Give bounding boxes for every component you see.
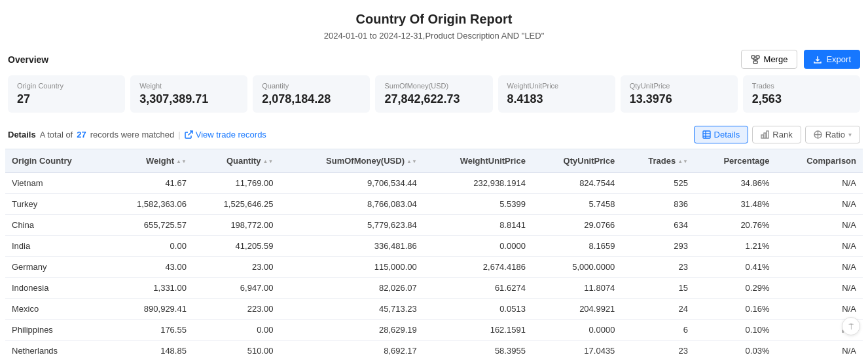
cell-origin_country: China: [5, 215, 106, 236]
cell-percentage: 31.48%: [695, 194, 776, 215]
details-label: Details: [8, 130, 36, 140]
cell-weight: 0.00: [106, 236, 193, 257]
tab-rank[interactable]: Rank: [752, 126, 801, 143]
cell-quantity: 1,525,646.25: [193, 194, 280, 215]
cell-weight_unit_price: 2,674.4186: [424, 257, 532, 278]
svg-rect-0: [751, 56, 755, 58]
cell-origin_country: India: [5, 236, 106, 257]
stat-label: WeightUnitPrice: [507, 82, 606, 90]
link-icon: [185, 130, 193, 139]
merge-button[interactable]: Merge: [741, 50, 798, 69]
overview-label: Overview: [8, 54, 48, 65]
cell-weight_unit_price: 232,938.1914: [424, 173, 532, 194]
svg-rect-8: [703, 131, 710, 138]
cell-weight: 176.55: [106, 320, 193, 341]
cell-weight_unit_price: 162.1591: [424, 320, 532, 341]
table-row[interactable]: Vietnam41.6711,769.009,706,534.44232,938…: [5, 173, 863, 194]
details-bar: Details A total of 27 records were match…: [0, 123, 868, 149]
svg-rect-13: [764, 133, 766, 138]
cell-weight_unit_price: 58.3955: [424, 341, 532, 356]
stat-card-qtyunitprice: QtyUnitPrice 13.3976: [621, 75, 738, 113]
cell-trades: 6: [621, 320, 695, 341]
data-table: Origin CountryWeight▲▼Quantity▲▼SumOfMon…: [5, 149, 863, 355]
cell-comparison: N/A: [776, 341, 863, 356]
cell-sum_of_money: 45,713.23: [280, 299, 423, 320]
export-button[interactable]: Export: [804, 50, 860, 69]
details-info: A total of: [40, 130, 73, 140]
stat-value: 2,563: [752, 92, 851, 106]
cell-quantity: 223.00: [193, 299, 280, 320]
cell-percentage: 0.03%: [695, 341, 776, 356]
cell-quantity: 41,205.59: [193, 236, 280, 257]
col-header-sum_of_money[interactable]: SumOfMoney(USD)▲▼: [280, 149, 423, 173]
table-row[interactable]: Philippines176.550.0028,629.19162.15910.…: [5, 320, 863, 341]
svg-line-7: [188, 131, 192, 136]
cell-weight: 43.00: [106, 257, 193, 278]
cell-qty_unit_price: 8.1659: [532, 236, 621, 257]
cell-trades: 24: [621, 299, 695, 320]
col-header-weight[interactable]: Weight▲▼: [106, 149, 193, 173]
table-row[interactable]: India0.0041,205.59336,481.860.00008.1659…: [5, 236, 863, 257]
cell-origin_country: Netherlands: [5, 341, 106, 356]
table-row[interactable]: Mexico890,929.41223.0045,713.230.0513204…: [5, 299, 863, 320]
cell-percentage: 0.41%: [695, 257, 776, 278]
report-title: Country Of Origin Report: [0, 0, 868, 31]
cell-qty_unit_price: 824.7544: [532, 173, 621, 194]
report-subtitle: 2024-01-01 to 2024-12-31,Product Descrip…: [0, 31, 868, 50]
cell-quantity: 0.00: [193, 320, 280, 341]
table-row[interactable]: China655,725.57198,772.005,779,623.848.8…: [5, 215, 863, 236]
col-header-quantity[interactable]: Quantity▲▼: [193, 149, 280, 173]
ratio-icon: [814, 130, 822, 139]
cell-sum_of_money: 5,779,623.84: [280, 215, 423, 236]
table-row[interactable]: Turkey1,582,363.061,525,646.258,766,083.…: [5, 194, 863, 215]
cell-quantity: 198,772.00: [193, 215, 280, 236]
cell-origin_country: Philippines: [5, 320, 106, 341]
stat-value: 27: [17, 92, 116, 106]
col-header-comparison: Comparison: [776, 149, 863, 173]
svg-rect-12: [761, 135, 763, 138]
cell-percentage: 34.86%: [695, 173, 776, 194]
stat-label: Weight: [139, 82, 238, 90]
cell-qty_unit_price: 29.0766: [532, 215, 621, 236]
table-row[interactable]: Netherlands148.85510.008,692.1758.395517…: [5, 341, 863, 356]
cell-weight: 655,725.57: [106, 215, 193, 236]
cell-sum_of_money: 8,766,083.04: [280, 194, 423, 215]
col-header-trades[interactable]: Trades▲▼: [621, 149, 695, 173]
col-header-origin_country: Origin Country: [5, 149, 106, 173]
sort-icon: ▲▼: [407, 159, 417, 164]
cell-sum_of_money: 336,481.86: [280, 236, 423, 257]
tab-details[interactable]: Details: [694, 126, 749, 143]
cell-qty_unit_price: 204.9921: [532, 299, 621, 320]
tab-ratio[interactable]: Ratio ▾: [805, 126, 860, 143]
view-trade-records-link[interactable]: View trade records: [185, 130, 266, 140]
cell-percentage: 20.76%: [695, 215, 776, 236]
stat-card-quantity: Quantity 2,078,184.28: [253, 75, 370, 113]
col-header-weight_unit_price: WeightUnitPrice: [424, 149, 532, 173]
svg-rect-1: [756, 56, 759, 58]
cell-qty_unit_price: 11.8074: [532, 278, 621, 299]
table-row[interactable]: Germany43.0023.00115,000.002,674.41865,0…: [5, 257, 863, 278]
stat-value: 27,842,622.73: [384, 92, 483, 106]
sort-icon: ▲▼: [176, 159, 187, 164]
stat-value: 2,078,184.28: [262, 92, 361, 106]
table-row[interactable]: Indonesia1,331.006,947.0082,026.0761.627…: [5, 278, 863, 299]
stat-label: Trades: [752, 82, 851, 90]
cell-quantity: 11,769.00: [193, 173, 280, 194]
details-suffix: records were matched: [90, 130, 175, 140]
cell-sum_of_money: 115,000.00: [280, 257, 423, 278]
cell-comparison: N/A: [776, 299, 863, 320]
stat-label: SumOfMoney(USD): [384, 82, 483, 90]
cell-trades: 634: [621, 215, 695, 236]
stat-card-origin_country: Origin Country 27: [8, 75, 125, 113]
cell-comparison: N/A: [776, 173, 863, 194]
table-icon: [702, 130, 711, 139]
cell-origin_country: Indonesia: [5, 278, 106, 299]
help-icon[interactable]: ⍑: [842, 317, 860, 335]
cell-weight: 1,582,363.06: [106, 194, 193, 215]
cell-quantity: 23.00: [193, 257, 280, 278]
page: Country Of Origin Report 2024-01-01 to 2…: [0, 0, 868, 355]
cell-quantity: 6,947.00: [193, 278, 280, 299]
cell-origin_country: Mexico: [5, 299, 106, 320]
cell-weight: 890,929.41: [106, 299, 193, 320]
table-wrap: Origin CountryWeight▲▼Quantity▲▼SumOfMon…: [0, 149, 868, 355]
